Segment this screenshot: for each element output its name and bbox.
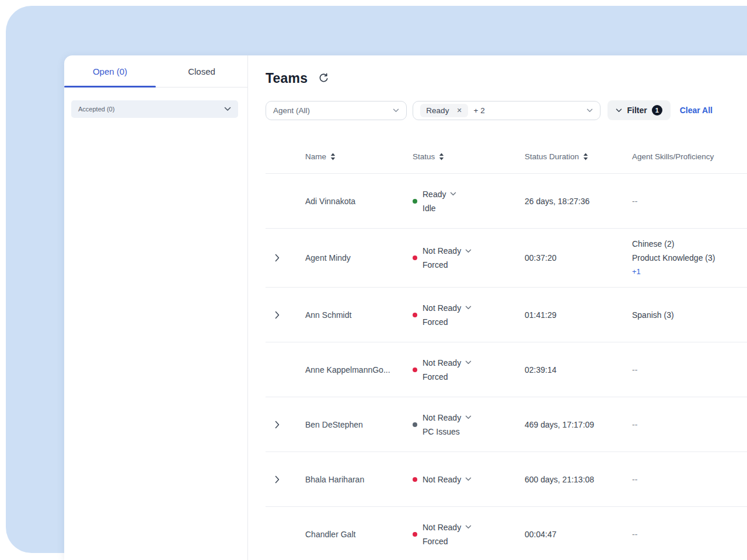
no-skills: -- [632,418,747,432]
chevron-right-icon [275,311,280,319]
status-dot [413,532,417,537]
table-row: Adi VinnakotaReadyIdle26 days, 18:27:36-… [266,174,747,229]
accepted-accordion[interactable]: Accepted (0) [71,100,238,118]
filter-button[interactable]: Filter 1 [608,100,670,120]
status-duration: 01:41:29 [525,310,632,320]
column-header-3: Agent Skills/Proficiency [632,152,747,161]
chevron-down-icon [465,525,472,529]
table-row: Bhala HariharanNot Ready600 days, 21:13:… [266,452,747,507]
status-cell: Not ReadyForced [413,301,525,329]
sort-icon [439,153,444,160]
status-dropdown[interactable]: Not Ready [423,356,472,370]
status-dot [413,256,417,260]
agent-name: Agent Mindy [305,253,413,262]
app-card: Open (0) Closed Accepted (0) Teams Agent… [64,55,747,560]
status-value: Not Ready [423,301,461,315]
status-dropdown[interactable]: Not Ready [423,411,472,425]
skills-cell: -- [632,410,747,440]
sub-status: Idle [423,201,456,215]
column-label: Agent Skills/Proficiency [632,152,714,161]
no-skills: -- [632,527,747,541]
table-row: Agent MindyNot ReadyForced00:37:20Chines… [266,229,747,288]
column-header-2[interactable]: Status Duration [525,152,632,161]
clear-all-link[interactable]: Clear All [680,106,713,115]
sub-status: PC Issues [423,425,472,439]
sort-icon [583,153,588,160]
refresh-icon [318,73,329,84]
status-lines: Not ReadyPC Issues [423,411,472,439]
status-cell: Not ReadyForced [413,356,525,384]
expand-row-button[interactable] [273,309,282,321]
status-cell: ReadyIdle [413,187,525,215]
table-row: Ann SchmidtNot ReadyForced01:41:29Spanis… [266,288,747,342]
table-row: Ben DeStephenNot ReadyPC Issues469 days,… [266,397,747,452]
skill-item: Product Knowledge (3) [632,251,747,265]
column-label: Status Duration [525,152,579,161]
table-header-row: NameStatusStatus DurationAgent Skills/Pr… [266,140,747,174]
skills-cell: Chinese (2)Product Knowledge (3)+1 [632,229,747,287]
status-dropdown[interactable]: Not Ready [423,520,472,534]
expand-row-button[interactable] [273,251,282,264]
status-duration: 00:37:20 [525,253,632,262]
status-cell: Not ReadyForced [413,520,525,548]
tab-closed[interactable]: Closed [156,55,247,87]
status-value: Not Ready [423,356,461,370]
status-dropdown[interactable]: Not Ready [423,244,472,258]
sub-status: Forced [423,315,472,329]
status-dropdown[interactable]: Not Ready [423,473,472,487]
skills-cell: -- [632,186,747,216]
chip-label: Ready [426,106,449,115]
status-lines: Not ReadyForced [423,301,472,329]
agent-name: Ben DeStephen [305,420,413,429]
sidebar-tabs: Open (0) Closed [64,55,247,88]
column-header-1[interactable]: Status [413,152,525,161]
status-dropdown[interactable]: Not Ready [423,301,472,315]
status-duration: 600 days, 21:13:08 [525,475,632,484]
table-row: Chandler GaltNot ReadyForced00:04:47-- [266,507,747,560]
chevron-down-icon [465,306,472,310]
chevron-down-icon [587,108,593,113]
agent-name: Bhala Hariharan [305,475,413,484]
agent-filter-dropdown[interactable]: Agent (All) [266,101,407,120]
expand-row-button[interactable] [273,418,282,431]
more-skills-link[interactable]: +1 [632,265,747,279]
agent-name: Ann Schmidt [305,310,413,320]
status-cell: Not ReadyForced [413,244,525,272]
status-value: Not Ready [423,473,461,487]
filter-count-badge: 1 [652,105,662,116]
sidebar: Open (0) Closed Accepted (0) [64,55,248,560]
more-filters-count[interactable]: + 2 [474,106,485,115]
status-dot [413,313,417,317]
page-title: Teams [266,71,308,86]
status-duration: 02:39:14 [525,365,632,374]
agent-name: Anne KappelmannGo... [305,365,413,374]
status-filter-dropdown[interactable]: Ready ✕ + 2 [413,101,601,120]
column-header-0[interactable]: Name [305,152,413,161]
expander-cell [266,473,305,486]
chevron-down-icon [465,360,472,365]
tab-open[interactable]: Open (0) [64,55,156,87]
no-skills: -- [632,194,747,208]
close-icon[interactable]: ✕ [456,107,462,114]
agent-name: Adi Vinnakota [305,197,413,206]
refresh-button[interactable] [317,72,330,85]
expander-cell [266,309,305,321]
status-dropdown[interactable]: Ready [423,187,456,201]
skills-cell: Spanish (3) [632,300,747,330]
status-value: Not Ready [423,411,461,425]
sub-status: Forced [423,534,472,548]
agent-name: Chandler Galt [305,530,413,539]
chevron-down-icon [465,477,472,481]
teams-table: NameStatusStatus DurationAgent Skills/Pr… [248,140,747,560]
filter-button-label: Filter [627,106,647,115]
column-label: Status [413,152,435,161]
table-body: Adi VinnakotaReadyIdle26 days, 18:27:36-… [248,174,747,560]
chevron-right-icon [275,421,280,429]
expand-row-button[interactable] [273,473,282,486]
status-cell: Not Ready [413,473,525,487]
no-skills: -- [632,363,747,377]
status-duration: 469 days, 17:17:09 [525,420,632,429]
expander-cell [266,251,305,264]
filters-row: Agent (All) Ready ✕ + 2 Filter 1 Clear A… [266,100,713,120]
no-skills: -- [632,473,747,487]
